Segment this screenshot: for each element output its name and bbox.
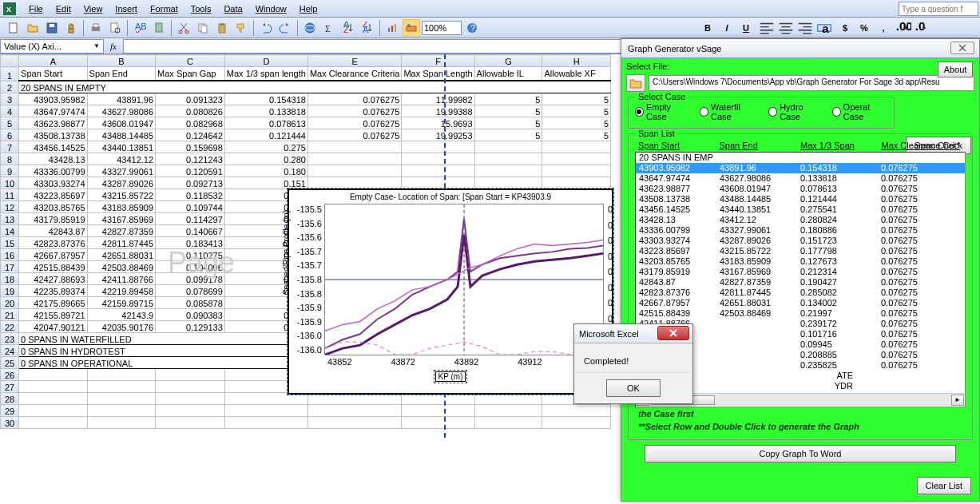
increase-decimal-icon[interactable]: .00 bbox=[894, 19, 911, 37]
span-list-row[interactable]: 43303.9327443287.890260.1517230.076275 bbox=[636, 236, 965, 246]
menu-bar: X File Edit View Insert Format Tools Dat… bbox=[0, 0, 980, 18]
chart-y-axis-label: Seabed/Pipe Profile (m) bbox=[282, 210, 291, 295]
save-icon[interactable] bbox=[43, 19, 61, 37]
decrease-decimal-icon[interactable]: .0 bbox=[913, 19, 930, 37]
menu-help[interactable]: Help bbox=[293, 2, 324, 15]
radio-operat-case[interactable]: Operat Case bbox=[832, 102, 887, 121]
span-list-row[interactable]: 42515.8843942503.884690.219970.076275 bbox=[636, 308, 965, 319]
underline-icon[interactable]: U bbox=[737, 19, 755, 37]
align-right-icon[interactable] bbox=[796, 19, 814, 37]
embedded-chart[interactable]: Empty Case- Location of Span: [Span Star… bbox=[288, 189, 613, 395]
about-button[interactable]: About bbox=[938, 62, 973, 77]
span-list-row[interactable]: 43428.1343412.120.2808240.076275 bbox=[636, 215, 965, 225]
comma-icon[interactable]: , bbox=[875, 19, 892, 37]
copy-icon[interactable] bbox=[194, 19, 212, 37]
hyperlink-icon[interactable] bbox=[301, 19, 319, 37]
sort-asc-icon[interactable]: AZ bbox=[339, 19, 357, 37]
message-box-body: Completed! bbox=[574, 343, 692, 372]
spelling-icon[interactable]: ABC bbox=[131, 19, 149, 37]
span-list-row[interactable]: 43647.9747443627.980860.1338180.076275 bbox=[636, 173, 965, 184]
cut-icon[interactable] bbox=[175, 19, 192, 37]
paste-icon[interactable] bbox=[213, 19, 231, 37]
fx-label[interactable]: fx bbox=[104, 42, 123, 51]
svg-text:?: ? bbox=[470, 23, 475, 33]
research-icon[interactable] bbox=[150, 19, 168, 37]
name-box[interactable]: Value (X) Axi...▼ bbox=[0, 39, 104, 54]
help-icon[interactable]: ? bbox=[463, 19, 481, 37]
clear-list-button[interactable]: Clear List bbox=[917, 477, 971, 494]
span-list-row[interactable]: 42667.8795742651.880310.1340020.076275 bbox=[636, 298, 965, 308]
sort-desc-icon[interactable]: ZA bbox=[359, 19, 376, 37]
span-list-row[interactable]: 43179.8591943167.859690.2123140.076275 bbox=[636, 267, 965, 277]
span-list-row[interactable]: 42823.8737642811.874450.2850820.076275 bbox=[636, 288, 965, 298]
bold-icon[interactable]: B bbox=[699, 19, 716, 37]
zoom-combo[interactable]: 100% bbox=[422, 21, 462, 35]
menu-view[interactable]: View bbox=[77, 2, 109, 15]
span-list-row[interactable]: 43456.1452543440.138510.2755410.076275 bbox=[636, 204, 965, 215]
redo-icon[interactable] bbox=[276, 19, 294, 37]
form-close-icon[interactable] bbox=[950, 42, 974, 54]
svg-text:.0: .0 bbox=[915, 19, 926, 33]
span-list-headers: Span StartSpan EndMax 1/3 SpanMax Cleare… bbox=[635, 139, 966, 152]
radio-waterfil-case[interactable]: Waterfil Case bbox=[700, 102, 757, 121]
span-list-row[interactable]: 43508.1373843488.144850.1214440.076275 bbox=[636, 194, 965, 204]
svg-point-30 bbox=[407, 24, 411, 27]
graph-generator-form: Graph Generator vSage About Select File:… bbox=[621, 38, 980, 502]
format-painter-icon[interactable] bbox=[232, 19, 250, 37]
span-list-row[interactable]: 43336.0079943327.990610.1808860.076275 bbox=[636, 225, 965, 236]
menu-edit[interactable]: Edit bbox=[50, 2, 77, 15]
copy-graph-button[interactable]: Copy Graph To Word bbox=[645, 445, 956, 462]
radio-hydro-case[interactable]: Hydro Case bbox=[768, 102, 820, 121]
svg-rect-12 bbox=[156, 23, 162, 32]
undo-icon[interactable] bbox=[257, 19, 275, 37]
svg-rect-8 bbox=[93, 24, 98, 27]
svg-rect-27 bbox=[391, 26, 393, 32]
menu-tools[interactable]: Tools bbox=[184, 2, 218, 15]
align-center-icon[interactable] bbox=[777, 19, 795, 37]
align-left-icon[interactable] bbox=[758, 19, 776, 37]
menu-insert[interactable]: Insert bbox=[109, 2, 144, 15]
new-icon[interactable] bbox=[5, 19, 22, 37]
svg-text:.00: .00 bbox=[896, 19, 911, 33]
message-box: Microsoft Excel Completed! OK bbox=[573, 323, 693, 404]
chart-wizard-icon[interactable] bbox=[383, 19, 401, 37]
svg-rect-29 bbox=[407, 26, 416, 31]
span-list-row[interactable]: 43623.9887743608.019470.0786130.076275 bbox=[636, 184, 965, 194]
browse-folder-icon[interactable] bbox=[626, 74, 645, 92]
chart-title: Empty Case- Location of Span: [Span Star… bbox=[289, 190, 612, 204]
menu-format[interactable]: Format bbox=[144, 2, 184, 15]
form-titlebar[interactable]: Graph Generator vSage bbox=[621, 39, 979, 58]
close-icon[interactable] bbox=[657, 326, 689, 340]
radio-empty-case[interactable]: Empty Case bbox=[635, 102, 688, 121]
italic-icon[interactable]: I bbox=[718, 19, 736, 37]
merge-center-icon[interactable]: a bbox=[815, 19, 833, 37]
svg-text:Σ: Σ bbox=[325, 24, 331, 34]
print-preview-icon[interactable] bbox=[106, 19, 124, 37]
menu-window[interactable]: Window bbox=[249, 2, 293, 15]
currency-icon[interactable]: $ bbox=[836, 19, 854, 37]
svg-text:A: A bbox=[363, 25, 369, 34]
menu-data[interactable]: Data bbox=[217, 2, 248, 15]
help-question-input[interactable] bbox=[899, 2, 978, 16]
select-file-label: Select File: bbox=[626, 62, 974, 71]
svg-rect-28 bbox=[395, 24, 396, 32]
span-list-row[interactable]: 43203.8576543183.859090.1276730.076275 bbox=[636, 256, 965, 267]
menu-file[interactable]: File bbox=[22, 2, 50, 15]
percent-icon[interactable]: % bbox=[855, 19, 873, 37]
chart-plot-area[interactable]: -135.5-135.6-135.6-135.7-135.7-135.8-135… bbox=[324, 204, 604, 355]
message-box-title: Microsoft Excel bbox=[574, 324, 692, 343]
chart-y-ticks: -135.5-135.6-135.6-135.7-135.7-135.8-135… bbox=[296, 204, 322, 355]
autosum-icon[interactable]: Σ bbox=[320, 19, 338, 37]
svg-point-19 bbox=[305, 23, 315, 33]
select-case-group: Select Case Empty Case Waterfil Case Hyd… bbox=[628, 97, 895, 129]
span-list-row[interactable]: 42843.8742827.873590.1904270.076275 bbox=[636, 277, 965, 288]
chart-x-axis-label[interactable]: KP (m) bbox=[435, 371, 466, 382]
ok-button[interactable]: OK bbox=[606, 379, 661, 397]
span-list-row[interactable]: 43903.9598243891.960.1543180.076275 bbox=[636, 163, 965, 173]
span-list-row[interactable]: 43223.8569743215.857220.1777980.076275 bbox=[636, 246, 965, 256]
svg-text:X: X bbox=[6, 4, 12, 13]
open-icon[interactable] bbox=[24, 19, 42, 37]
drawing-icon[interactable] bbox=[403, 19, 420, 37]
print-icon[interactable] bbox=[87, 19, 105, 37]
permission-icon[interactable] bbox=[62, 19, 80, 37]
